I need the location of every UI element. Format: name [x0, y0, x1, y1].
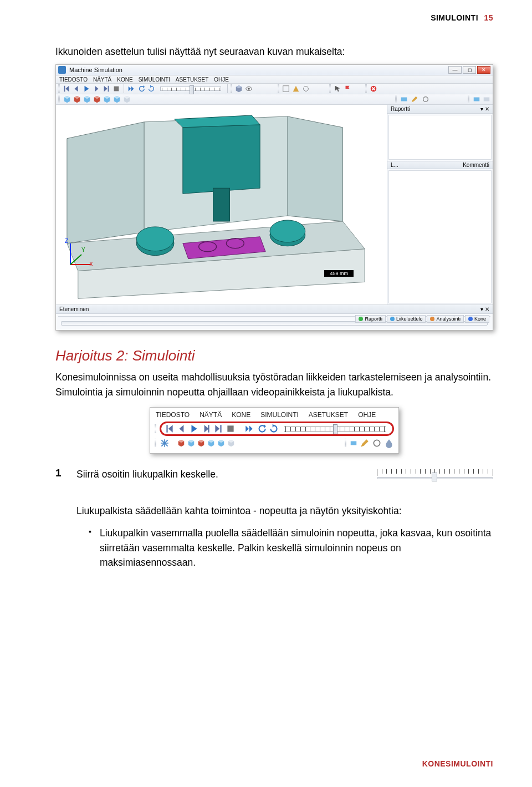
- pin-icon[interactable]: ▾ ✕: [480, 106, 489, 112]
- td-menu-asetukset[interactable]: ASETUKSET: [309, 411, 348, 419]
- step-text: Siirrä osoitin liukupalkin keskelle.: [76, 467, 369, 481]
- select-arrow-icon[interactable]: [333, 84, 342, 93]
- play-icon[interactable]: [82, 84, 91, 93]
- page-number: 15: [484, 13, 493, 22]
- grip-icon: [329, 84, 331, 93]
- td-view-row: [150, 436, 398, 450]
- menu-asetukset[interactable]: ASETUKSET: [176, 77, 208, 83]
- view-cube-ghost-icon[interactable]: [123, 95, 131, 103]
- app-icon: [58, 66, 66, 74]
- tab-kone[interactable]: Kone: [465, 315, 489, 323]
- maximize-button[interactable]: ◻: [463, 66, 476, 74]
- stop-icon[interactable]: [226, 424, 236, 434]
- menu-tiedosto[interactable]: TIEDOSTO: [59, 77, 88, 83]
- pencil-icon[interactable]: [410, 95, 419, 104]
- td-menu-tiedosto[interactable]: TIEDOSTO: [156, 411, 190, 419]
- menu-simulointi[interactable]: SIMULOINTI: [139, 77, 170, 83]
- view-persp-icon[interactable]: [291, 84, 300, 93]
- view-fit-icon[interactable]: [301, 84, 310, 93]
- minimize-button[interactable]: —: [448, 66, 462, 74]
- pin-icon[interactable]: ▾ ✕: [480, 306, 489, 312]
- loop-back-icon[interactable]: [137, 84, 146, 93]
- sub-lead: Liukupalkista säädellään kahta toimintoa…: [76, 504, 493, 518]
- tab-liikeluettelo[interactable]: Liikeluettelo: [387, 315, 426, 323]
- fast-fwd-icon[interactable]: [127, 84, 136, 93]
- axis-y: Y: [81, 247, 85, 253]
- svg-line-27: [70, 255, 81, 265]
- col-comment: Kommentti: [463, 162, 489, 168]
- step-slider-illustration: [377, 468, 493, 481]
- view-cube-icon[interactable]: [217, 439, 225, 447]
- view-cube-ghost-icon[interactable]: [227, 439, 235, 447]
- view-cube-red-icon[interactable]: [73, 95, 81, 103]
- fast-fwd-icon[interactable]: [244, 424, 254, 434]
- layer-blue-icon[interactable]: [400, 95, 408, 103]
- view-cube-red-icon[interactable]: [197, 439, 205, 447]
- view-cube-icon[interactable]: [103, 95, 111, 103]
- view-cube-red-icon[interactable]: [177, 439, 185, 447]
- speed-slider[interactable]: [160, 87, 221, 91]
- playback-toolbar: [56, 84, 493, 94]
- axis-z: Z: [65, 238, 68, 244]
- view-cube-icon[interactable]: [83, 95, 91, 103]
- pencil-icon[interactable]: [360, 438, 370, 448]
- menu-ohje[interactable]: OHJE: [214, 77, 229, 83]
- app-screenshot: Machine Simulation — ◻ ✕ TIEDOSTO NÄYTÄ …: [55, 64, 493, 331]
- report-panel: Raportti ▾ ✕ L... Kommentti: [387, 105, 493, 304]
- view-toolbar: [56, 94, 493, 105]
- progress-panel: Eteneminen ▾ ✕ Raportti Liikeluettelo An…: [56, 304, 493, 330]
- speed-slider-detail[interactable]: [284, 426, 386, 431]
- play-icon[interactable]: [189, 424, 199, 434]
- loop-back-icon[interactable]: [257, 424, 267, 434]
- td-menu-ohje[interactable]: OHJE: [358, 411, 376, 419]
- view-cube-icon[interactable]: [187, 439, 195, 447]
- skip-start-icon[interactable]: [165, 424, 175, 434]
- step-fwd-icon[interactable]: [201, 424, 211, 434]
- loop-icon[interactable]: [269, 424, 279, 434]
- svg-point-19: [136, 227, 174, 251]
- exercise-title: Harjoitus 2: Simulointi: [55, 347, 493, 364]
- layer-ghost-icon[interactable]: [483, 95, 490, 103]
- view-cube-red-icon[interactable]: [93, 95, 101, 103]
- drop-icon[interactable]: [384, 438, 394, 448]
- svg-marker-15: [183, 125, 260, 194]
- view-cube-icon[interactable]: [207, 439, 215, 447]
- skip-end-icon[interactable]: [213, 424, 223, 434]
- td-menu-kone[interactable]: KONE: [232, 411, 250, 419]
- view-iso-icon[interactable]: [282, 84, 290, 93]
- expand-icon[interactable]: [160, 438, 170, 448]
- step-back-icon[interactable]: [177, 424, 187, 434]
- report-columns: L... Kommentti: [387, 161, 493, 169]
- tab-raportti[interactable]: Raportti: [355, 315, 386, 323]
- menubar: TIEDOSTO NÄYTÄ KONE SIMULOINTI ASETUKSET…: [56, 75, 493, 84]
- skip-end-icon[interactable]: [102, 84, 111, 93]
- menu-kone[interactable]: KONE: [117, 77, 132, 83]
- tab-analysointi[interactable]: Analysointi: [427, 315, 464, 323]
- report-body: [388, 115, 492, 160]
- 3d-viewport[interactable]: Z Y X 459 mm: [56, 105, 387, 304]
- skip-start-icon[interactable]: [62, 84, 71, 93]
- step-fwd-icon[interactable]: [92, 84, 101, 93]
- menu-nayta[interactable]: NÄYTÄ: [93, 77, 111, 83]
- flag-icon[interactable]: [343, 84, 352, 93]
- stop-icon[interactable]: [112, 84, 121, 93]
- step-back-icon[interactable]: [72, 84, 81, 93]
- close-button[interactable]: ✕: [477, 66, 490, 74]
- circle-icon[interactable]: [372, 438, 382, 448]
- eye-icon[interactable]: [244, 84, 253, 93]
- cube-shaded-icon[interactable]: [234, 84, 243, 93]
- layer-blue-icon[interactable]: [350, 439, 357, 447]
- td-menu-nayta[interactable]: NÄYTÄ: [200, 411, 222, 419]
- svg-rect-3: [283, 86, 289, 92]
- report-panel-title: Raportti: [391, 106, 410, 112]
- layer-icon[interactable]: [473, 95, 480, 103]
- td-menu-simulointi[interactable]: SIMULOINTI: [260, 411, 299, 419]
- grip-icon: [468, 95, 469, 104]
- loop-icon[interactable]: [147, 84, 156, 93]
- circle-icon[interactable]: [421, 95, 430, 104]
- grip-icon: [278, 84, 279, 93]
- view-cube-icon[interactable]: [113, 95, 121, 103]
- footer-brand: KONESIMULOINTI: [422, 759, 493, 768]
- view-cube-icon[interactable]: [63, 95, 71, 103]
- cancel-icon[interactable]: [369, 84, 378, 93]
